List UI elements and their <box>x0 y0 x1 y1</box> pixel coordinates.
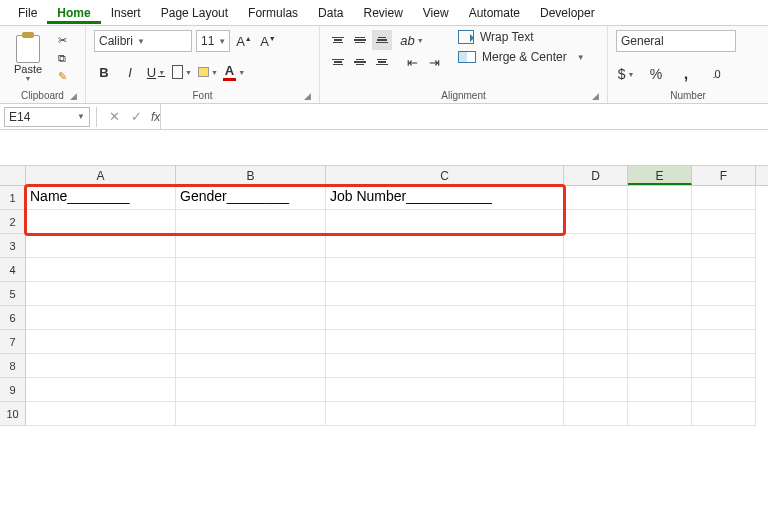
cell-C5[interactable] <box>326 282 564 306</box>
cell-F4[interactable] <box>692 258 756 282</box>
col-header-A[interactable]: A <box>26 166 176 185</box>
select-all-corner[interactable] <box>0 166 26 185</box>
cell-D3[interactable] <box>564 234 628 258</box>
col-header-D[interactable]: D <box>564 166 628 185</box>
underline-button[interactable]: U▼ <box>146 62 166 82</box>
cell-B4[interactable] <box>176 258 326 282</box>
cell-A7[interactable] <box>26 330 176 354</box>
cell-F1[interactable] <box>692 186 756 210</box>
row-header-10[interactable]: 10 <box>0 402 26 426</box>
row-header-1[interactable]: 1 <box>0 186 26 210</box>
col-header-F[interactable]: F <box>692 166 756 185</box>
cell-F9[interactable] <box>692 378 756 402</box>
cancel-formula-button[interactable]: ✕ <box>103 109 125 124</box>
cell-F2[interactable] <box>692 210 756 234</box>
format-painter-button[interactable]: ✎ <box>52 68 72 84</box>
cell-C4[interactable] <box>326 258 564 282</box>
decrease-font-button[interactable]: A▼ <box>258 31 278 51</box>
row-header-7[interactable]: 7 <box>0 330 26 354</box>
formula-bar[interactable] <box>160 104 768 130</box>
decrease-indent-button[interactable]: ⇤ <box>402 52 422 72</box>
cell-F3[interactable] <box>692 234 756 258</box>
cell-E7[interactable] <box>628 330 692 354</box>
bold-button[interactable]: B <box>94 62 114 82</box>
cell-B9[interactable] <box>176 378 326 402</box>
cell-B2[interactable] <box>176 210 326 234</box>
row-header-2[interactable]: 2 <box>0 210 26 234</box>
cell-C3[interactable] <box>326 234 564 258</box>
cell-E9[interactable] <box>628 378 692 402</box>
increase-font-button[interactable]: A▲ <box>234 31 254 51</box>
cell-D4[interactable] <box>564 258 628 282</box>
cell-E2[interactable] <box>628 210 692 234</box>
cell-D1[interactable] <box>564 186 628 210</box>
tab-file[interactable]: File <box>8 2 47 24</box>
cell-D7[interactable] <box>564 330 628 354</box>
cell-E6[interactable] <box>628 306 692 330</box>
cell-E8[interactable] <box>628 354 692 378</box>
row-header-8[interactable]: 8 <box>0 354 26 378</box>
increase-decimal-button[interactable]: .0 <box>706 64 726 84</box>
name-box[interactable]: E14▼ <box>4 107 90 127</box>
row-header-6[interactable]: 6 <box>0 306 26 330</box>
align-middle-button[interactable] <box>350 30 370 50</box>
cell-C10[interactable] <box>326 402 564 426</box>
borders-button[interactable]: ▼ <box>172 62 192 82</box>
cell-C1[interactable]: Job Number___________ <box>326 186 564 210</box>
fill-color-button[interactable]: ▼ <box>198 62 218 82</box>
cell-D8[interactable] <box>564 354 628 378</box>
align-top-button[interactable] <box>328 30 348 50</box>
currency-button[interactable]: ▼ <box>616 64 636 84</box>
cell-F7[interactable] <box>692 330 756 354</box>
alignment-dialog-launcher[interactable]: ◢ <box>592 91 599 101</box>
cut-button[interactable]: ✂ <box>52 32 72 48</box>
row-header-4[interactable]: 4 <box>0 258 26 282</box>
clipboard-dialog-launcher[interactable]: ◢ <box>70 91 77 101</box>
cell-B5[interactable] <box>176 282 326 306</box>
cell-A2[interactable] <box>26 210 176 234</box>
tab-page-layout[interactable]: Page Layout <box>151 2 238 24</box>
fx-label[interactable]: fx <box>151 110 160 124</box>
cell-A1[interactable]: Name________ <box>26 186 176 210</box>
tab-automate[interactable]: Automate <box>459 2 530 24</box>
increase-indent-button[interactable]: ⇥ <box>424 52 444 72</box>
tab-developer[interactable]: Developer <box>530 2 605 24</box>
cell-B1[interactable]: Gender________ <box>176 186 326 210</box>
row-header-3[interactable]: 3 <box>0 234 26 258</box>
tab-formulas[interactable]: Formulas <box>238 2 308 24</box>
cell-F5[interactable] <box>692 282 756 306</box>
cell-B7[interactable] <box>176 330 326 354</box>
merge-center-button[interactable]: Merge & Center ▼ <box>458 50 585 64</box>
cell-E1[interactable] <box>628 186 692 210</box>
cell-B8[interactable] <box>176 354 326 378</box>
tab-insert[interactable]: Insert <box>101 2 151 24</box>
cell-A3[interactable] <box>26 234 176 258</box>
cell-A5[interactable] <box>26 282 176 306</box>
tab-home[interactable]: Home <box>47 2 100 24</box>
tab-view[interactable]: View <box>413 2 459 24</box>
cell-D5[interactable] <box>564 282 628 306</box>
orientation-button[interactable]: ab▼ <box>402 30 422 50</box>
cell-E4[interactable] <box>628 258 692 282</box>
align-right-button[interactable] <box>372 52 392 72</box>
cell-C7[interactable] <box>326 330 564 354</box>
cell-D10[interactable] <box>564 402 628 426</box>
cell-B10[interactable] <box>176 402 326 426</box>
cell-F6[interactable] <box>692 306 756 330</box>
cell-D6[interactable] <box>564 306 628 330</box>
wrap-text-button[interactable]: Wrap Text <box>458 30 585 44</box>
cell-grid[interactable]: Name________ Gender________ Job Number__… <box>26 186 768 426</box>
font-color-button[interactable]: A▼ <box>224 62 244 82</box>
cell-D2[interactable] <box>564 210 628 234</box>
italic-button[interactable]: I <box>120 62 140 82</box>
cell-A4[interactable] <box>26 258 176 282</box>
cell-C6[interactable] <box>326 306 564 330</box>
cell-A9[interactable] <box>26 378 176 402</box>
align-left-button[interactable] <box>328 52 348 72</box>
col-header-C[interactable]: C <box>326 166 564 185</box>
cell-C2[interactable] <box>326 210 564 234</box>
comma-button[interactable] <box>676 64 696 84</box>
col-header-B[interactable]: B <box>176 166 326 185</box>
cell-A6[interactable] <box>26 306 176 330</box>
font-name-combo[interactable]: Calibri▼ <box>94 30 192 52</box>
